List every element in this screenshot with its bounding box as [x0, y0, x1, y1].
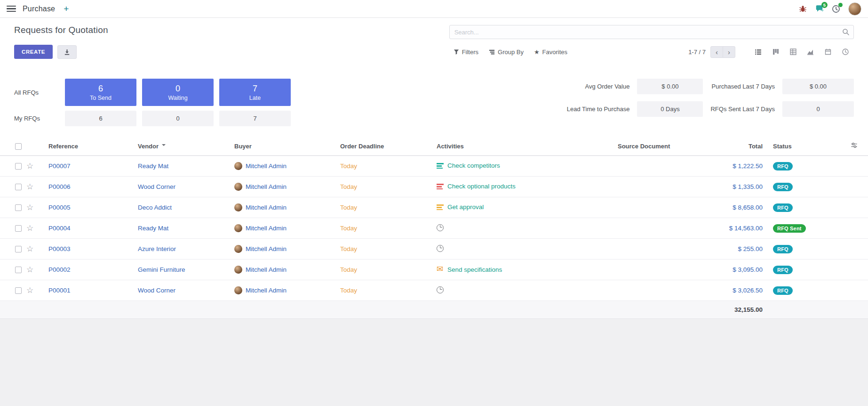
debug-bug-icon[interactable]: [799, 5, 807, 13]
to-send-card[interactable]: 6 To Send: [65, 79, 136, 106]
row-checkbox[interactable]: [15, 184, 22, 190]
reference-link[interactable]: P00002: [48, 266, 71, 273]
table-row[interactable]: ☆ P00003 Azure Interior Mitchell Admin T…: [0, 239, 868, 260]
activity-label[interactable]: Send specifications: [447, 266, 502, 273]
activity-view-icon[interactable]: [836, 46, 854, 58]
table-row[interactable]: ☆ P00004 Ready Mat Mitchell Admin Today …: [0, 218, 868, 239]
row-checkbox[interactable]: [15, 225, 22, 232]
buyer-link[interactable]: Mitchell Admin: [246, 266, 287, 273]
buyer-link[interactable]: Mitchell Admin: [246, 204, 287, 211]
column-header-source-document[interactable]: Source Document: [614, 137, 689, 156]
favorite-star-icon[interactable]: ☆: [26, 182, 33, 191]
late-card[interactable]: 7 Late: [219, 79, 291, 106]
waiting-card[interactable]: 0 Waiting: [142, 79, 214, 106]
favorite-star-icon[interactable]: ☆: [26, 265, 33, 274]
plus-icon[interactable]: +: [64, 4, 69, 13]
activity-label[interactable]: Get approval: [447, 203, 484, 211]
filters-button[interactable]: Filters: [449, 46, 483, 58]
reference-link[interactable]: P00006: [48, 183, 71, 190]
row-checkbox[interactable]: [15, 163, 22, 170]
row-checkbox[interactable]: [15, 267, 22, 273]
activity-label[interactable]: Check optional products: [447, 183, 516, 190]
activity-mail-icon[interactable]: [437, 266, 444, 273]
activity-icon[interactable]: [437, 183, 444, 189]
search-input[interactable]: [449, 25, 854, 39]
buyer-link[interactable]: Mitchell Admin: [246, 225, 287, 232]
favorite-star-icon[interactable]: ☆: [26, 203, 33, 212]
table-row[interactable]: ☆ P00006 Wood Corner Mitchell Admin Toda…: [0, 177, 868, 197]
my-to-send-value[interactable]: 6: [65, 111, 136, 126]
vendor-link[interactable]: Azure Interior: [138, 245, 176, 252]
favorite-star-icon[interactable]: ☆: [26, 162, 33, 171]
graph-view-icon[interactable]: [802, 46, 819, 58]
column-header-buyer[interactable]: Buyer: [231, 137, 336, 156]
favorite-star-icon[interactable]: ☆: [26, 224, 33, 233]
search-icon[interactable]: [842, 28, 850, 36]
vendor-link[interactable]: Wood Corner: [138, 183, 175, 190]
buyer-link[interactable]: Mitchell Admin: [246, 245, 287, 252]
table-row[interactable]: ☆ P00005 Deco Addict Mitchell Admin Toda…: [0, 197, 868, 218]
total-amount: $ 8,658.00: [733, 204, 763, 211]
column-header-reference[interactable]: Reference: [45, 137, 134, 156]
column-header-status[interactable]: Status: [769, 137, 828, 156]
app-name[interactable]: Purchase: [23, 5, 55, 13]
table-header-row: Reference Vendor Buyer Order Deadline Ac…: [0, 137, 868, 156]
activity-icon[interactable]: [437, 162, 444, 169]
column-header-total[interactable]: Total: [689, 137, 769, 156]
table-row[interactable]: ☆ P00007 Ready Mat Mitchell Admin Today …: [0, 156, 868, 177]
status-badge: RFQ: [773, 183, 793, 191]
reference-link[interactable]: P00004: [48, 225, 71, 232]
kanban-view-icon[interactable]: [767, 46, 784, 58]
order-deadline: Today: [340, 245, 357, 252]
favorite-star-icon[interactable]: ☆: [26, 286, 33, 295]
row-checkbox[interactable]: [15, 204, 22, 211]
optional-columns-icon[interactable]: [851, 142, 858, 149]
buyer-avatar: [234, 245, 242, 253]
column-header-order-deadline[interactable]: Order Deadline: [336, 137, 433, 156]
buyer-link[interactable]: Mitchell Admin: [246, 183, 287, 190]
pager-previous-button[interactable]: ‹: [710, 46, 723, 58]
kpi-panel: Avg Order Value $ 0.00 Purchased Last 7 …: [567, 79, 854, 117]
vendor-link[interactable]: Ready Mat: [138, 162, 168, 170]
order-deadline: Today: [340, 162, 357, 170]
favorite-star-icon[interactable]: ☆: [26, 244, 33, 253]
table-row[interactable]: ☆ P00001 Wood Corner Mitchell Admin Toda…: [0, 280, 868, 301]
buyer-link[interactable]: Mitchell Admin: [246, 287, 287, 294]
pager-next-button[interactable]: ›: [723, 46, 735, 58]
vendor-link[interactable]: Gemini Furniture: [138, 266, 185, 273]
download-icon: [64, 49, 71, 56]
user-avatar[interactable]: [848, 2, 861, 16]
select-all-checkbox[interactable]: [15, 143, 22, 150]
apps-menu-icon[interactable]: [7, 6, 16, 12]
activity-clock-icon[interactable]: [437, 286, 444, 293]
vendor-link[interactable]: Wood Corner: [138, 287, 175, 294]
group-by-button[interactable]: Group By: [485, 46, 528, 58]
calendar-view-icon[interactable]: [819, 46, 836, 58]
row-checkbox[interactable]: [15, 246, 22, 252]
buyer-link[interactable]: Mitchell Admin: [246, 162, 287, 170]
my-late-value[interactable]: 7: [219, 111, 291, 126]
reference-link[interactable]: P00003: [48, 245, 71, 252]
reference-link[interactable]: P00007: [48, 162, 71, 170]
activity-clock-icon[interactable]: [437, 224, 444, 231]
activity-label[interactable]: Check competitors: [447, 162, 500, 169]
messages-icon[interactable]: 5: [815, 5, 824, 13]
export-button[interactable]: [57, 45, 77, 59]
list-view-icon[interactable]: [749, 46, 767, 58]
reference-link[interactable]: P00005: [48, 204, 71, 211]
pivot-view-icon[interactable]: [784, 46, 802, 58]
favorites-button[interactable]: ★ Favorites: [530, 46, 572, 58]
row-checkbox[interactable]: [15, 287, 22, 294]
column-header-vendor[interactable]: Vendor: [134, 137, 231, 156]
table-row[interactable]: ☆ P00002 Gemini Furniture Mitchell Admin…: [0, 260, 868, 280]
my-waiting-value[interactable]: 0: [142, 111, 214, 126]
create-button[interactable]: CREATE: [14, 45, 53, 59]
vendor-link[interactable]: Ready Mat: [138, 225, 168, 232]
reference-link[interactable]: P00001: [48, 287, 71, 294]
column-header-activities[interactable]: Activities: [433, 137, 614, 156]
vendor-link[interactable]: Deco Addict: [138, 204, 172, 211]
activity-clock-icon[interactable]: [437, 245, 444, 252]
activities-clock-icon[interactable]: [832, 5, 840, 13]
buyer-avatar: [234, 183, 242, 191]
activity-icon[interactable]: [437, 204, 444, 210]
